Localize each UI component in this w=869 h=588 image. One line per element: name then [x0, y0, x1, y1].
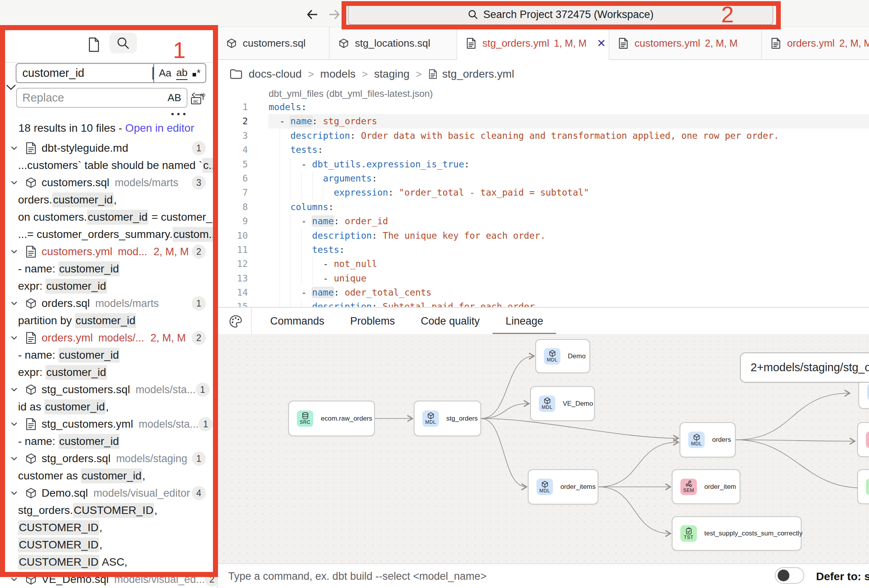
lineage-node-VE_Demo[interactable]: MDLVE_Demo — [530, 386, 595, 421]
search-result-match-row[interactable]: stg_orders.CUSTOMER_ID, — [0, 502, 217, 519]
chevron-down-icon[interactable] — [10, 385, 18, 394]
palette-icon[interactable] — [229, 314, 243, 328]
editor-tab-orders.yml[interactable]: orders.yml2, M, M — [762, 27, 869, 60]
search-result-match-row[interactable]: on customers.customer_id = customer_... — [0, 209, 217, 226]
defer-toggle[interactable] — [775, 567, 804, 584]
search-result-file-row[interactable]: orders.ymlmodels/...2, M, M2 — [0, 329, 217, 347]
search-result-file-row[interactable]: orders.sqlmodels/marts1 — [0, 295, 217, 312]
search-result-match-row[interactable]: expr: customer_id — [0, 364, 217, 381]
chevron-down-icon[interactable] — [10, 420, 18, 428]
tab-git-suffix: 2, M, M — [705, 38, 738, 49]
file-name: orders.sql — [42, 297, 90, 310]
search-result-file-row[interactable]: stg_customers.sqlmodels/sta...1 — [0, 381, 217, 398]
panel-tab-Commands[interactable]: Commands — [257, 308, 337, 335]
search-result-match-row[interactable]: orders.customer_id, — [0, 191, 217, 209]
lineage-node-orders[interactable]: MDLorders — [680, 422, 736, 457]
chevron-down-icon[interactable] — [10, 489, 18, 497]
breadcrumb-item[interactable]: models — [320, 68, 356, 80]
model-file-icon — [25, 383, 37, 396]
chevron-down-icon[interactable] — [10, 178, 18, 187]
token-key: tests — [312, 245, 339, 255]
search-result-match-row[interactable]: CUSTOMER_ID, — [0, 536, 217, 554]
search-result-match-row[interactable]: expr: customer_id — [0, 278, 217, 295]
line-number: 12 — [218, 257, 248, 271]
lineage-node-partial-TST[interactable]: TST — [857, 469, 869, 504]
token-key: arguments — [323, 173, 372, 183]
match-count-badge: 1 — [192, 296, 206, 310]
editor-tab-stg_locations.sql[interactable]: stg_locations.sql — [330, 27, 457, 60]
find-input[interactable]: customer_id Aa ab * — [16, 63, 206, 83]
file-name: customers.sql — [42, 176, 109, 189]
panel-tab-Lineage[interactable]: Lineage — [493, 308, 556, 335]
token-key: expression — [334, 187, 388, 198]
node-kind-tag: MDL — [539, 488, 550, 494]
search-result-match-row[interactable]: ...customers` table should be named `c..… — [0, 157, 217, 174]
mdl-icon: MDL — [422, 410, 439, 427]
lineage-node-ecom.raw_orders[interactable]: SRCecom.raw_orders — [288, 401, 375, 436]
code-line-12: 12 - not_null — [218, 257, 869, 271]
search-result-match-row[interactable]: - name: customer_id — [0, 347, 217, 364]
whole-word-button[interactable]: ab — [176, 67, 187, 80]
node-glyph-cube — [427, 412, 434, 419]
lineage-node-test_supply_costs_sum_correctly[interactable]: TSTtest_supply_costs_sum_correctly — [672, 516, 802, 551]
lineage-node-order_item[interactable]: SEMorder_item — [672, 469, 740, 504]
document-file-icon — [466, 38, 476, 49]
close-icon[interactable]: ✕ — [597, 37, 606, 50]
search-tool-icon[interactable] — [109, 33, 137, 53]
breadcrumb-item[interactable]: staging — [374, 68, 409, 80]
panel-tab-Problems[interactable]: Problems — [337, 308, 408, 335]
search-result-match-row[interactable]: - name: customer_id — [0, 433, 217, 450]
chevron-down-icon[interactable] — [10, 144, 18, 152]
match-case-button[interactable]: Aa — [159, 67, 171, 79]
search-result-file-row[interactable]: stg_orders.sqlmodels/staging1 — [0, 450, 217, 467]
editor-tab-stg_orders.yml[interactable]: stg_orders.yml1, M, M✕ — [457, 27, 609, 60]
document-file-icon — [25, 142, 37, 154]
breadcrumb-file[interactable]: stg_orders.yml — [442, 68, 514, 80]
preserve-case-button[interactable]: AB — [167, 92, 181, 104]
back-arrow-icon[interactable] — [305, 7, 320, 22]
search-result-match-row[interactable]: partition by customer_id — [0, 312, 217, 329]
chevron-down-icon[interactable] — [10, 247, 18, 256]
panel-tab-Code quality[interactable]: Code quality — [408, 308, 493, 335]
command-input[interactable]: Type a command, ex. dbt build --select <… — [228, 564, 487, 588]
search-result-match-row[interactable]: CUSTOMER_ID, — [0, 519, 217, 536]
model-file-icon — [338, 38, 349, 49]
replace-all-icon[interactable]: ac ab — [190, 92, 206, 104]
editor-tab-customers.sql[interactable]: customers.sql — [218, 27, 330, 60]
search-result-file-row[interactable]: stg_customers.ymlmodels/sta...1 — [0, 416, 217, 433]
open-in-editor-link[interactable]: Open in editor — [125, 122, 194, 134]
search-result-file-row[interactable]: customers.ymlmod...2, M, M2 — [0, 243, 217, 260]
search-result-match-row[interactable]: CUSTOMER_ID ASC, — [0, 554, 217, 571]
lineage-canvas[interactable]: SRCecom.raw_ordersMDLstg_ordersMDLDemoMD… — [218, 334, 869, 563]
search-result-match-row[interactable]: id as customer_id, — [0, 398, 217, 416]
match-highlight: customer_id — [44, 399, 106, 414]
project-search-input[interactable]: Search Project 372475 (Workspace) — [348, 4, 773, 25]
chevron-down-icon[interactable] — [10, 454, 18, 463]
lineage-node-stg_orders[interactable]: MDLstg_orders — [414, 401, 481, 436]
file-explorer-icon[interactable] — [84, 34, 104, 56]
replace-input[interactable]: Replace AB — [16, 88, 187, 108]
search-result-match-row[interactable]: customer as customer_id, — [0, 467, 217, 485]
search-result-match-row[interactable]: - name: customer_id — [0, 260, 217, 278]
code-line-15: 15 description: Subtotal paid for each o… — [218, 299, 869, 307]
forward-arrow-icon[interactable] — [327, 7, 342, 22]
lineage-node-partial-SEM[interactable]: SEM — [857, 422, 869, 457]
more-actions-icon[interactable] — [171, 111, 185, 117]
chevron-down-icon[interactable] — [10, 575, 18, 584]
chevron-down-icon[interactable] — [10, 334, 18, 342]
code-editor[interactable]: dbt_yml_files (dbt_yml_files-latest.json… — [218, 88, 869, 307]
editor-tab-customers.yml[interactable]: customers.yml2, M, M — [609, 27, 762, 60]
match-highlight: CUSTOMER_ID — [18, 555, 99, 570]
chevron-down-icon[interactable] — [10, 299, 18, 308]
match-count-badge: 2 — [192, 331, 206, 345]
search-result-file-row[interactable]: dbt-styleguide.md1 — [0, 140, 217, 157]
lineage-node-order_items[interactable]: MDLorder_items — [528, 469, 598, 505]
search-result-file-row[interactable]: VE_Demo.sqlmodels/visual_ed...2 — [0, 571, 217, 588]
breadcrumb-item[interactable]: docs-cloud — [249, 68, 302, 80]
regex-button[interactable]: * — [193, 67, 201, 79]
search-result-file-row[interactable]: Demo.sqlmodels/visual_editor4 — [0, 485, 217, 502]
lineage-node-Demo[interactable]: MDLDemo — [535, 339, 590, 373]
search-result-match-row[interactable]: ...= customer_orders_summary.custom... — [0, 226, 217, 243]
lineage-filter-box[interactable]: 2+models/staging/stg_or — [740, 352, 869, 383]
search-result-file-row[interactable]: customers.sqlmodels/marts3 — [0, 174, 217, 191]
